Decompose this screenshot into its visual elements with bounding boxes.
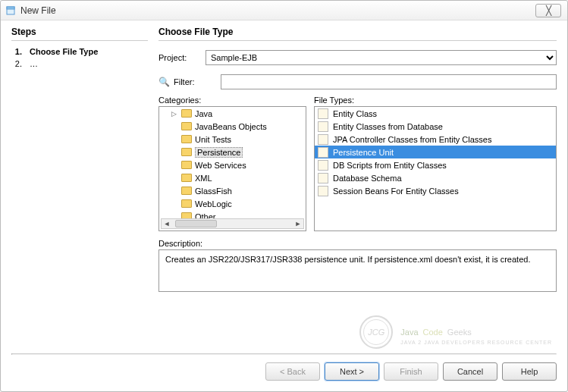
filter-input[interactable] — [221, 74, 557, 89]
folder-icon — [181, 148, 192, 156]
button-row: < Back Next > Finish Cancel Help — [1, 355, 567, 391]
title-bar: New File ╳ — [1, 1, 567, 20]
lists-row: Categories: ▷Java▷JavaBeans Objects▷Unit… — [158, 96, 557, 231]
step-label: Choose File Type — [30, 47, 98, 56]
close-button[interactable]: ╳ — [535, 4, 561, 17]
filetype-item[interactable]: JPA Controller Classes from Entity Class… — [315, 133, 556, 146]
finish-button[interactable]: Finish — [384, 362, 438, 381]
category-label: Persistence — [195, 147, 243, 158]
category-label: Web Services — [195, 161, 246, 170]
file-icon — [318, 160, 328, 171]
category-item[interactable]: ▷XML — [161, 171, 306, 184]
back-button[interactable]: < Back — [265, 362, 320, 381]
filetypes-label: File Types: — [314, 96, 557, 105]
categories-listbox[interactable]: ▷Java▷JavaBeans Objects▷Unit Tests▷Persi… — [158, 106, 306, 231]
folder-icon — [181, 122, 192, 130]
cancel-button[interactable]: Cancel — [443, 362, 497, 381]
folder-icon — [181, 174, 192, 182]
file-icon — [318, 108, 328, 119]
category-item[interactable]: ▷JavaBeans Objects — [161, 120, 306, 133]
filetype-label: Entity Class — [333, 109, 377, 118]
scroll-thumb[interactable] — [175, 220, 217, 227]
svg-rect-1 — [7, 7, 14, 9]
filetype-item[interactable]: Entity Class — [315, 107, 556, 120]
new-file-dialog: New File ╳ Steps 1. Choose File Type 2. … — [0, 0, 568, 392]
filter-label: Filter: — [174, 77, 216, 86]
expand-icon: ▷ — [171, 110, 178, 118]
file-icon — [318, 121, 328, 132]
file-icon — [318, 134, 328, 145]
description-box: Creates an JSR220/JSR317/JSR338 persiste… — [158, 249, 557, 292]
file-icon — [318, 173, 328, 183]
project-select[interactable]: Sample-EJB — [206, 50, 557, 65]
filetype-label: DB Scripts from Entity Classes — [333, 161, 447, 170]
scroll-right-icon[interactable]: ► — [293, 220, 303, 227]
app-icon — [5, 5, 16, 16]
description-label: Description: — [158, 239, 557, 248]
step-number: 1. — [11, 47, 22, 56]
main-heading: Choose File Type — [158, 27, 557, 37]
category-item[interactable]: ▷GlassFish — [161, 184, 306, 197]
category-item[interactable]: ▷WebLogic — [161, 197, 306, 210]
folder-icon — [181, 109, 192, 118]
folder-icon — [181, 212, 192, 218]
category-item[interactable]: ▷Web Services — [161, 158, 306, 171]
filetype-item[interactable]: Session Beans For Entity Classes — [315, 184, 556, 197]
category-item[interactable]: ▷Persistence — [161, 146, 306, 158]
filetype-label: Entity Classes from Database — [333, 122, 443, 131]
category-label: Unit Tests — [195, 135, 231, 144]
filetype-label: Persistence Unit — [333, 148, 394, 157]
category-item[interactable]: ▷Java — [161, 107, 306, 120]
steps-heading: Steps — [11, 27, 148, 37]
step-label: … — [30, 59, 38, 68]
step-item: 2. … — [11, 58, 148, 70]
filetype-item[interactable]: Database Schema — [315, 171, 556, 184]
folder-icon — [181, 199, 192, 208]
scroll-left-icon[interactable]: ◄ — [162, 220, 172, 227]
filetypes-column: File Types: Entity ClassEntity Classes f… — [314, 96, 557, 231]
category-label: GlassFish — [195, 187, 232, 196]
category-label: Java — [195, 109, 212, 118]
file-icon — [318, 186, 328, 196]
filetype-item[interactable]: DB Scripts from Entity Classes — [315, 158, 556, 171]
categories-column: Categories: ▷Java▷JavaBeans Objects▷Unit… — [158, 96, 306, 231]
category-item[interactable]: ▷Other — [161, 210, 306, 218]
horizontal-scrollbar[interactable]: ◄ ► — [161, 218, 304, 229]
folder-icon — [181, 135, 192, 143]
divider — [158, 40, 557, 41]
step-number: 2. — [11, 59, 22, 68]
main-pane: Choose File Type Project: Sample-EJB 🔍 F… — [158, 27, 557, 353]
filetypes-listbox[interactable]: Entity ClassEntity Classes from Database… — [314, 106, 557, 231]
filetype-label: Database Schema — [333, 174, 402, 183]
divider — [11, 40, 148, 41]
search-icon: 🔍 — [158, 77, 169, 87]
next-button[interactable]: Next > — [325, 362, 379, 381]
category-label: XML — [195, 174, 212, 183]
categories-label: Categories: — [158, 96, 306, 105]
description-text: Creates an JSR220/JSR317/JSR338 persiste… — [165, 255, 530, 264]
category-label: JavaBeans Objects — [195, 122, 267, 131]
dialog-body: Steps 1. Choose File Type 2. … Choose Fi… — [1, 20, 567, 353]
steps-pane: Steps 1. Choose File Type 2. … — [11, 27, 148, 353]
folder-icon — [181, 161, 192, 169]
category-item[interactable]: ▷Unit Tests — [161, 133, 306, 146]
folder-icon — [181, 187, 192, 195]
file-icon — [318, 147, 328, 158]
filetype-item[interactable]: Persistence Unit — [315, 146, 556, 158]
category-label: Other — [195, 212, 216, 219]
category-label: WebLogic — [195, 199, 232, 209]
filter-row: 🔍 Filter: — [158, 74, 557, 89]
project-label: Project: — [158, 53, 201, 62]
step-item: 1. Choose File Type — [11, 45, 148, 58]
filetype-item[interactable]: Entity Classes from Database — [315, 120, 556, 133]
project-row: Project: Sample-EJB — [158, 50, 557, 65]
filetype-label: JPA Controller Classes from Entity Class… — [333, 135, 491, 144]
window-title: New File — [20, 5, 56, 16]
help-button[interactable]: Help — [502, 362, 557, 381]
steps-list: 1. Choose File Type 2. … — [11, 45, 148, 70]
filetype-label: Session Beans For Entity Classes — [333, 187, 459, 196]
